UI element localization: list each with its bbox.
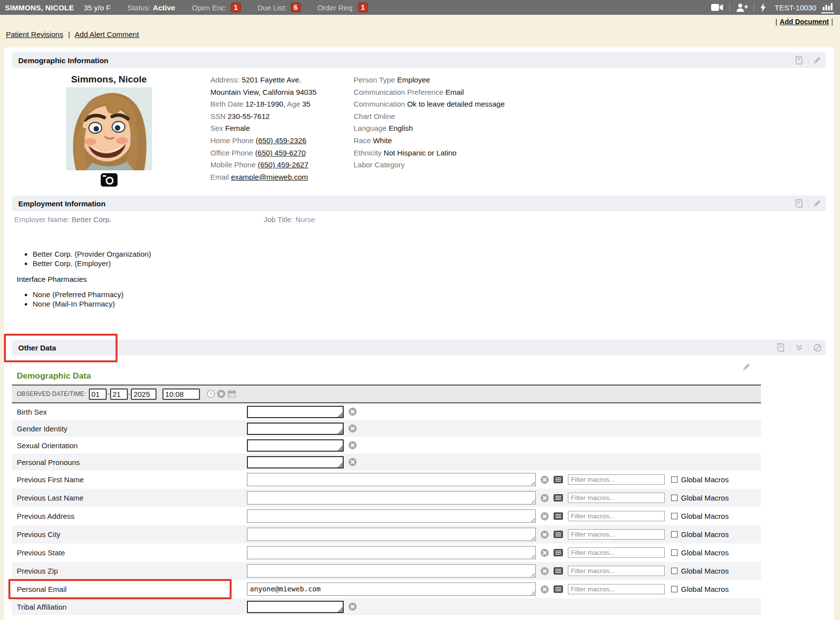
form-row: Personal Pronouns <box>12 454 761 470</box>
add-alert-comment-link[interactable]: Add Alert Comment <box>75 30 139 39</box>
filter-macros-input[interactable] <box>568 566 665 576</box>
counters-group: Open Enc:1Due List:6Order Req:1 <box>175 2 368 12</box>
row-textarea[interactable] <box>247 473 536 486</box>
video-camera-icon[interactable] <box>705 0 729 15</box>
section-demographic-information: Demographic Information <box>12 52 826 68</box>
add-document-link[interactable]: Add Document <box>780 18 829 26</box>
counter-badge[interactable]: 6 <box>291 2 301 12</box>
field-value-link[interactable]: (650) 459-6270 <box>255 149 306 157</box>
field-label: Sex <box>210 124 225 132</box>
field-label: Race <box>354 136 373 145</box>
observed-month-input[interactable] <box>89 388 107 400</box>
global-macros-checkbox[interactable] <box>671 586 678 592</box>
macro-list-icon[interactable] <box>554 531 563 538</box>
row-textarea[interactable] <box>247 546 536 559</box>
clear-x-circle-icon[interactable] <box>348 407 357 416</box>
row-textarea[interactable] <box>247 564 536 578</box>
clear-x-circle-icon[interactable] <box>217 389 226 398</box>
observed-day-input[interactable] <box>110 388 128 400</box>
observed-time-input[interactable] <box>162 388 200 400</box>
form-row: Personal Emailanyone@mieweb.comGlobal Ma… <box>12 580 761 598</box>
patient-name: SIMMONS, NICOLE <box>5 3 74 12</box>
global-macros-checkbox[interactable] <box>671 513 678 519</box>
row-textarea[interactable] <box>247 528 536 541</box>
filter-macros-input[interactable] <box>568 584 665 594</box>
clock-icon[interactable] <box>206 389 215 398</box>
row-select-input[interactable] <box>247 439 344 452</box>
clear-x-circle-icon[interactable] <box>348 441 357 450</box>
counter-label: Open Enc: <box>192 3 227 12</box>
camera-icon[interactable] <box>101 173 118 189</box>
edit-pencil-icon[interactable] <box>808 195 826 211</box>
clear-x-circle-icon[interactable] <box>540 494 549 503</box>
clear-x-circle-icon[interactable] <box>348 424 357 433</box>
row-select-input[interactable] <box>247 406 344 418</box>
field-value-link[interactable]: (650) 459-2326 <box>256 136 307 145</box>
macro-list-icon[interactable] <box>554 494 563 502</box>
demographic-field: Communication Ok to leave detailed messa… <box>354 98 505 111</box>
field-label: Address: <box>210 76 241 84</box>
clear-x-circle-icon[interactable] <box>348 458 357 466</box>
clear-x-circle-icon[interactable] <box>540 548 549 557</box>
filter-macros-input[interactable] <box>568 511 665 521</box>
book-icon[interactable] <box>772 340 790 355</box>
demographic-data-table: OBSERVED DATE/TIME: - - Birth SexGender … <box>12 385 761 615</box>
filter-macros-input[interactable] <box>568 529 665 540</box>
row-label: Personal Pronouns <box>17 458 247 466</box>
clear-x-circle-icon[interactable] <box>540 585 549 594</box>
macro-list-icon[interactable] <box>554 567 563 575</box>
row-select-input[interactable] <box>247 456 344 468</box>
demographic-field: Ethnicity Not Hispanic or Latino <box>354 147 505 159</box>
clear-x-circle-icon[interactable] <box>540 567 549 576</box>
row-label: Gender Identity <box>17 425 247 433</box>
global-macros-checkbox[interactable] <box>671 568 678 574</box>
person-add-icon[interactable] <box>730 0 754 15</box>
field-value: Employee <box>397 76 430 84</box>
field-label: Communication <box>354 100 407 108</box>
counter-badge[interactable]: 1 <box>358 2 368 12</box>
patient-revisions-link[interactable]: Patient Revisions <box>6 30 63 39</box>
global-macros-checkbox[interactable] <box>671 476 678 483</box>
macro-list-icon[interactable] <box>554 476 563 483</box>
demographic-field: Communication Preference Email <box>354 86 505 99</box>
book-icon[interactable] <box>790 195 808 211</box>
field-value-link[interactable]: example@mieweb.com <box>231 173 308 181</box>
filter-macros-input[interactable] <box>568 474 665 485</box>
form-row: Gender Identity <box>12 420 761 437</box>
counter-label: Order Req: <box>318 3 354 12</box>
form-row: Tribal Affiliation <box>12 598 761 615</box>
bar-chart-icon[interactable] <box>821 1 834 13</box>
clear-x-circle-icon[interactable] <box>540 475 549 484</box>
macro-list-icon[interactable] <box>554 585 563 593</box>
form-rows: Birth SexGender IdentitySexual Orientati… <box>12 403 761 615</box>
counter-badge[interactable]: 1 <box>231 2 241 12</box>
pipe: | <box>775 18 777 26</box>
demographic-field: Mobile Phone (650) 459-2627 <box>210 159 345 171</box>
book-icon[interactable] <box>790 52 808 68</box>
row-textarea[interactable]: anyone@mieweb.com <box>247 582 536 596</box>
pharmacy-list: None (Preferred Pharmacy)None (Mail-In P… <box>24 290 834 308</box>
filter-macros-input[interactable] <box>568 493 665 503</box>
field-value-link[interactable]: (650) 459-2627 <box>258 160 309 169</box>
row-textarea[interactable] <box>247 491 536 504</box>
row-select-input[interactable] <box>247 423 344 435</box>
global-macros-checkbox[interactable] <box>671 531 678 538</box>
disable-slash-circle-icon[interactable] <box>808 340 826 355</box>
global-macros-checkbox[interactable] <box>671 495 678 501</box>
calendar-icon[interactable] <box>227 389 237 398</box>
macro-list-icon[interactable] <box>554 549 563 556</box>
macro-list-icon[interactable] <box>554 512 563 520</box>
edit-pencil-icon[interactable] <box>808 52 826 68</box>
row-select-input[interactable] <box>247 601 344 613</box>
edit-pencil-icon[interactable] <box>742 362 751 371</box>
collapse-double-chevron-icon[interactable] <box>790 340 808 355</box>
observed-year-input[interactable] <box>131 388 157 400</box>
global-macros-checkbox[interactable] <box>671 549 678 556</box>
field-label: SSN <box>210 112 228 120</box>
clear-x-circle-icon[interactable] <box>540 530 549 539</box>
row-textarea[interactable] <box>247 509 536 523</box>
filter-macros-input[interactable] <box>568 547 665 558</box>
lightning-icon[interactable] <box>754 0 772 15</box>
clear-x-circle-icon[interactable] <box>540 512 549 521</box>
clear-x-circle-icon[interactable] <box>348 602 357 611</box>
